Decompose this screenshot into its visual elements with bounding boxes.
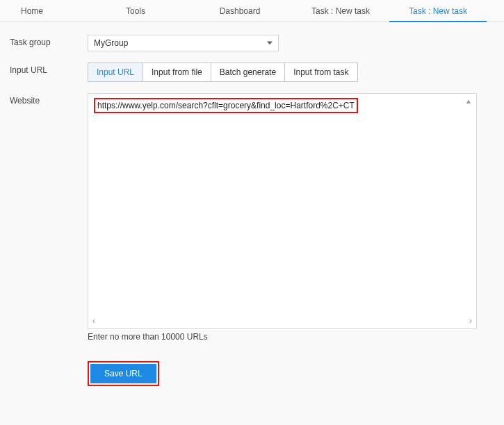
input-method-tabs: Input URL Input from file Batch generate… xyxy=(88,62,358,82)
label-input-url: Input URL xyxy=(10,62,88,75)
tab-task-1[interactable]: Task : New task xyxy=(292,0,389,22)
save-row: Save URL xyxy=(88,361,494,386)
save-url-button[interactable]: Save URL xyxy=(90,364,156,383)
input-method-tab-file[interactable]: Input from file xyxy=(143,63,211,81)
tab-dashboard[interactable]: Dashboard xyxy=(188,0,292,22)
top-tabs: Home Tools Dashboard Task : New task Tas… xyxy=(0,0,504,22)
scroll-right-icon[interactable]: › xyxy=(469,316,472,326)
tab-task-2[interactable]: Task : New task xyxy=(389,0,487,22)
label-website: Website xyxy=(10,93,88,106)
task-group-select[interactable]: MyGroup xyxy=(88,35,279,51)
url-limit-hint: Enter no more than 10000 URLs xyxy=(88,332,494,342)
save-button-highlight-frame: Save URL xyxy=(88,361,159,386)
row-input-url: Input URL Input URL Input from file Batc… xyxy=(10,62,494,82)
content-area: Task group MyGroup Input URL Input URL I… xyxy=(0,22,504,407)
website-url-value: https://www.yelp.com/search?cflt=grocery… xyxy=(94,98,358,113)
row-task-group: Task group MyGroup xyxy=(10,35,494,51)
scroll-left-icon[interactable]: ‹ xyxy=(92,316,95,326)
row-website: Website https://www.yelp.com/search?cflt… xyxy=(10,93,494,386)
website-textarea[interactable]: https://www.yelp.com/search?cflt=grocery… xyxy=(88,93,477,329)
label-task-group: Task group xyxy=(10,35,88,47)
input-method-tab-url[interactable]: Input URL xyxy=(88,63,143,81)
chevron-down-icon xyxy=(267,42,273,45)
tab-tools[interactable]: Tools xyxy=(83,0,188,22)
horizontal-scrollbar[interactable]: ‹ › xyxy=(92,316,472,326)
input-method-tab-task[interactable]: Input from task xyxy=(285,63,357,81)
task-group-value: MyGroup xyxy=(94,38,128,48)
input-method-tab-batch[interactable]: Batch generate xyxy=(211,63,285,81)
scroll-up-icon[interactable]: ▲ xyxy=(464,97,473,106)
tab-home[interactable]: Home xyxy=(0,0,83,22)
